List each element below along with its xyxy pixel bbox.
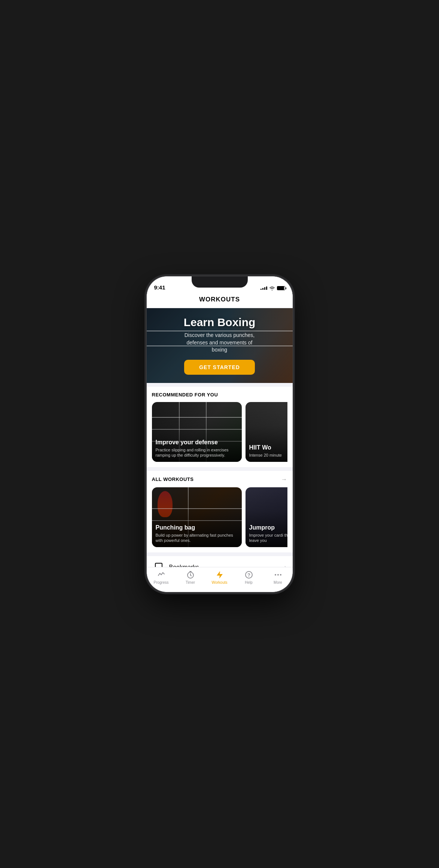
all-workouts-section: ALL WORKOUTS → [147,471,293,552]
nav-item-progress[interactable]: Progress [147,570,176,585]
svg-point-10 [277,574,279,576]
recommended-cards-row[interactable]: Improve your defense Practice slipping a… [152,402,287,467]
scroll-content[interactable]: Learn Boxing Discover the various punche… [147,308,293,567]
bookmarks-list-item[interactable]: Bookmarks › [147,556,293,567]
timer-icon [186,570,195,579]
nav-item-help[interactable]: ? Help [234,570,263,585]
card-hiit-desc: Intense 20 minute [249,453,287,458]
battery-icon [277,286,285,290]
card-jumprope-desc: Improve your cardi that will leave you [249,533,287,543]
card-punchbag[interactable]: Punching bag Build up power by alternati… [152,487,242,547]
nav-label-timer: Timer [186,580,195,585]
wifi-icon [269,286,275,291]
recommended-header: RECOMMENDED FOR YOU [152,392,287,398]
status-time: 9:41 [154,284,165,291]
dots-icon [274,570,283,579]
all-workouts-title: ALL WORKOUTS [152,476,194,482]
hero-content: Learn Boxing Discover the various punche… [147,308,293,383]
hero-title: Learn Boxing [184,316,256,329]
all-workouts-arrow-icon[interactable]: → [281,476,287,483]
bolt-icon [215,570,224,579]
card-hiit-title: HIIT Wo [249,444,287,451]
activity-icon [157,570,166,579]
card-hiit-content: HIIT Wo Intense 20 minute [246,440,287,461]
help-icon: ? [244,570,253,579]
bookmarks-label: Bookmarks [169,564,284,567]
app-header: WORKOUTS [147,293,293,308]
quick-links-section: Bookmarks › Workout Creator [147,556,293,567]
card-jumprope[interactable]: Jumprop Improve your cardi that will lea… [246,487,287,547]
card-defense-desc: Practice slipping and rolling in exercis… [156,447,238,458]
nav-label-progress: Progress [153,580,168,585]
nav-label-workouts: Workouts [211,580,227,585]
bottom-nav: Progress Timer [147,567,293,592]
card-defense[interactable]: Improve your defense Practice slipping a… [152,402,242,462]
recommended-title: RECOMMENDED FOR YOU [152,392,218,398]
signal-bars-icon [260,286,267,290]
nav-item-timer[interactable]: Timer [176,570,205,585]
hero-subtitle: Discover the various punches, defenses a… [179,332,261,354]
card-hiit[interactable]: HIIT Wo Intense 20 minute [246,402,287,462]
bookmark-icon [153,561,165,567]
nav-label-help: Help [245,580,253,585]
bookmarks-chevron-icon: › [284,563,287,567]
svg-text:?: ? [247,572,250,577]
card-jumprope-content: Jumprop Improve your cardi that will lea… [246,520,287,547]
nav-item-workouts[interactable]: Workouts [205,570,234,585]
get-started-button[interactable]: GET STARTED [184,360,255,375]
card-defense-content: Improve your defense Practice slipping a… [152,435,242,462]
svg-point-9 [275,574,276,576]
card-punchbag-desc: Build up power by alternating fast punch… [156,533,238,543]
hero-banner: Learn Boxing Discover the various punche… [147,308,293,383]
page-title: WORKOUTS [154,296,285,303]
all-workouts-header: ALL WORKOUTS → [152,476,287,483]
nav-label-more: More [274,580,282,585]
all-workouts-cards-row[interactable]: Punching bag Build up power by alternati… [152,487,287,552]
nav-item-more[interactable]: More [263,570,293,585]
card-punchbag-content: Punching bag Build up power by alternati… [152,520,242,547]
card-defense-title: Improve your defense [156,439,238,446]
recommended-section: RECOMMENDED FOR YOU [147,387,293,467]
svg-point-11 [280,574,281,576]
status-icons [260,286,285,291]
card-punchbag-title: Punching bag [156,524,238,531]
card-jumprope-title: Jumprop [249,524,287,531]
svg-marker-6 [217,571,223,579]
